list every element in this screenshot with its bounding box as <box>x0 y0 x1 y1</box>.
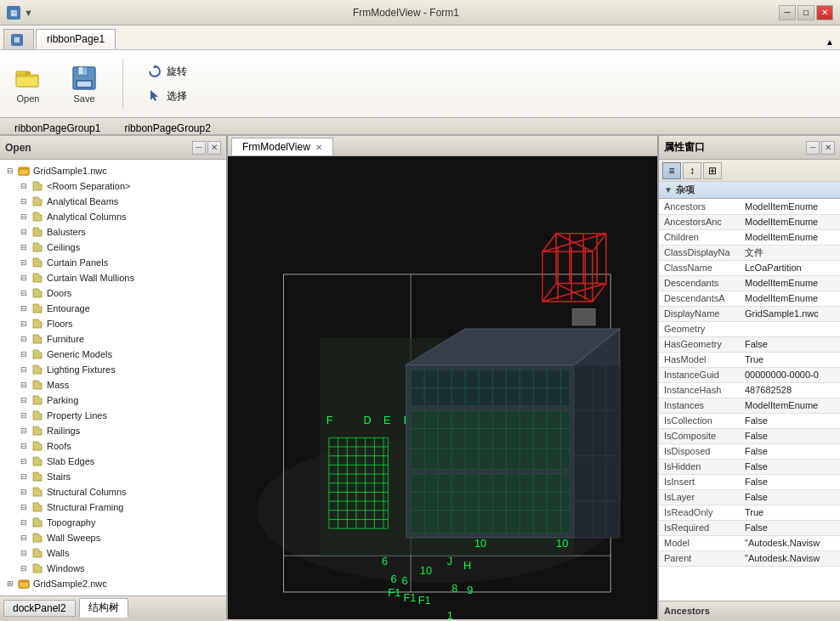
tree-toggle[interactable]: ⊟ <box>17 531 31 545</box>
table-row[interactable]: IsHiddenFalse <box>659 459 840 474</box>
tree-item-item6[interactable]: ⊟Curtain Panels <box>0 255 226 270</box>
tab-dockpanel2[interactable]: dockPanel2 <box>3 600 76 617</box>
center-tab-modelview[interactable]: FrmModelView ✕ <box>231 138 333 155</box>
tree-toggle[interactable]: ⊟ <box>17 562 31 575</box>
tree-toggle[interactable]: ⊟ <box>17 271 31 285</box>
tree-toggle[interactable]: ⊞ <box>3 577 17 590</box>
tab-structtree[interactable]: 结构树 <box>79 598 128 618</box>
tree-toggle[interactable]: ⊟ <box>17 470 31 483</box>
table-row[interactable]: IsRequiredFalse <box>659 520 840 535</box>
tree-toggle[interactable]: ⊟ <box>17 546 31 560</box>
tree-item-item18[interactable]: ⊟Roofs <box>0 438 226 454</box>
minimize-button[interactable]: ─ <box>779 5 796 20</box>
tree-toggle[interactable]: ⊟ <box>17 347 31 361</box>
tree-toggle[interactable]: ⊟ <box>17 378 31 392</box>
ribbon-tab-page1[interactable]: ribbonPage1 <box>36 29 116 49</box>
tree-item-root1[interactable]: ⊟GridSample1.nwc <box>0 163 226 178</box>
table-row[interactable]: IsCollectionFalse <box>659 413 840 428</box>
table-row[interactable]: DisplayNameGridSample1.nwc <box>659 306 840 321</box>
tree-toggle[interactable]: ⊟ <box>17 210 31 223</box>
save-button[interactable]: Save <box>63 60 105 108</box>
props-pin-btn[interactable]: ─ <box>806 141 820 155</box>
table-row[interactable]: HasGeometryFalse <box>659 336 840 352</box>
close-button[interactable]: ✕ <box>816 5 833 20</box>
tree-toggle[interactable]: ⊟ <box>17 363 31 376</box>
rotate-button[interactable]: 旋转 <box>140 61 195 82</box>
tree-toggle[interactable]: ⊟ <box>17 179 31 193</box>
table-row[interactable]: AncestorsModelItemEnume <box>659 199 840 214</box>
tree-toggle[interactable]: ⊟ <box>17 302 31 315</box>
tree-item-item3[interactable]: ⊟Analytical Columns <box>0 209 226 224</box>
tree-toggle[interactable]: ⊟ <box>17 409 31 422</box>
table-row[interactable]: IsCompositeFalse <box>659 428 840 443</box>
tree-toggle[interactable]: ⊟ <box>17 317 31 330</box>
tree-item-root2[interactable]: ⊞GridSample2.nwc <box>0 576 226 591</box>
select-button[interactable]: 选择 <box>140 86 195 107</box>
tree-toggle[interactable]: ⊟ <box>17 286 31 300</box>
tree-item-item8[interactable]: ⊟Doors <box>0 285 226 301</box>
viewport[interactable]: A B C B A D E F E D F 1 14 4 4 4 4 5 B <box>228 156 657 619</box>
table-row[interactable]: ChildrenModelItemEnume <box>659 229 840 245</box>
table-row[interactable]: IsReadOnlyTrue <box>659 505 840 520</box>
tree-item-item12[interactable]: ⊟Generic Models <box>0 347 226 362</box>
ribbon-collapse-btn[interactable]: ▲ <box>823 34 837 49</box>
props-tool-btn-1[interactable]: ≡ <box>662 162 681 179</box>
tree-toggle[interactable]: ⊟ <box>17 500 31 514</box>
tree-toggle[interactable]: ⊟ <box>3 164 17 178</box>
ribbon-group-2[interactable]: ribbonPageGroup2 <box>113 120 221 133</box>
tree-item-item25[interactable]: ⊟Walls <box>0 545 226 561</box>
tree-toggle[interactable]: ⊟ <box>17 195 31 208</box>
table-row[interactable]: IsLayerFalse <box>659 489 840 505</box>
table-row[interactable]: HasModelTrue <box>659 352 840 367</box>
tree-toggle[interactable]: ⊟ <box>17 454 31 468</box>
open-button[interactable]: Open <box>7 60 49 108</box>
tree-item-item11[interactable]: ⊟Furniture <box>0 331 226 347</box>
tree-item-item24[interactable]: ⊟Wall Sweeps <box>0 530 226 545</box>
props-tool-btn-3[interactable]: ⊞ <box>703 162 722 179</box>
props-section-misc[interactable]: ▼ 杂项 <box>659 182 840 199</box>
tree-item-item15[interactable]: ⊟Parking <box>0 392 226 408</box>
tree-item-item2[interactable]: ⊟Analytical Beams <box>0 194 226 209</box>
props-close-btn[interactable]: ✕ <box>821 141 835 155</box>
tree-item-item1[interactable]: ⊟<Room Separation> <box>0 178 226 194</box>
tree-toggle[interactable]: ⊟ <box>17 424 31 438</box>
table-row[interactable]: AncestorsAncModelItemEnume <box>659 214 840 229</box>
tree-item-item19[interactable]: ⊟Slab Edges <box>0 454 226 469</box>
tree-toggle[interactable]: ⊟ <box>17 256 31 269</box>
table-row[interactable]: ClassDisplayNa文件 <box>659 245 840 260</box>
tree-item-item13[interactable]: ⊟Lighting Fixtures <box>0 362 226 377</box>
table-row[interactable]: IsDisposedFalse <box>659 443 840 459</box>
tree-toggle[interactable]: ⊟ <box>17 485 31 499</box>
tree-item-item21[interactable]: ⊟Structural Columns <box>0 484 226 500</box>
panel-pin-btn[interactable]: ─ <box>192 141 206 155</box>
tree-item-item9[interactable]: ⊟Entourage <box>0 301 226 316</box>
tree-item-item10[interactable]: ⊟Floors <box>0 316 226 331</box>
center-tab-close-icon[interactable]: ✕ <box>315 143 322 152</box>
ribbon-group-1[interactable]: ribbonPageGroup1 <box>3 120 111 133</box>
tree-toggle[interactable]: ⊟ <box>17 516 31 529</box>
tree-item-item23[interactable]: ⊟Topography <box>0 515 226 530</box>
tree-item-item17[interactable]: ⊟Railings <box>0 423 226 438</box>
props-tool-btn-2[interactable]: ↕ <box>683 162 701 179</box>
tree-item-item20[interactable]: ⊟Stairs <box>0 469 226 484</box>
panel-close-btn[interactable]: ✕ <box>207 141 221 155</box>
ribbon-tab-icon[interactable]: ▦ <box>3 29 34 49</box>
tree-item-item4[interactable]: ⊟Balusters <box>0 224 226 240</box>
tree-toggle[interactable]: ⊟ <box>17 332 31 346</box>
restore-button[interactable]: □ <box>797 5 814 20</box>
table-row[interactable]: InstanceGuid00000000-0000-0 <box>659 367 840 382</box>
tree-toggle[interactable]: ⊟ <box>17 439 31 453</box>
tree-item-item26[interactable]: ⊟Windows <box>0 561 226 576</box>
table-row[interactable]: InstanceHash487682528 <box>659 382 840 398</box>
tree-toggle[interactable]: ⊟ <box>17 393 31 407</box>
table-row[interactable]: DescendantsAModelItemEnume <box>659 291 840 306</box>
table-row[interactable]: ClassNameLcOaPartition <box>659 260 840 275</box>
table-row[interactable]: Model"Autodesk.Navisw <box>659 535 840 550</box>
table-row[interactable]: DescendantsModelItemEnume <box>659 275 840 291</box>
tree-toggle[interactable]: ⊟ <box>17 240 31 254</box>
tree-item-item7[interactable]: ⊟Curtain Wall Mullions <box>0 270 226 285</box>
quick-access[interactable]: ▼ <box>24 8 33 18</box>
table-row[interactable]: Parent"Autodesk.Navisw <box>659 550 840 566</box>
tree-item-item16[interactable]: ⊟Property Lines <box>0 408 226 423</box>
tree-item-item22[interactable]: ⊟Structural Framing <box>0 500 226 515</box>
